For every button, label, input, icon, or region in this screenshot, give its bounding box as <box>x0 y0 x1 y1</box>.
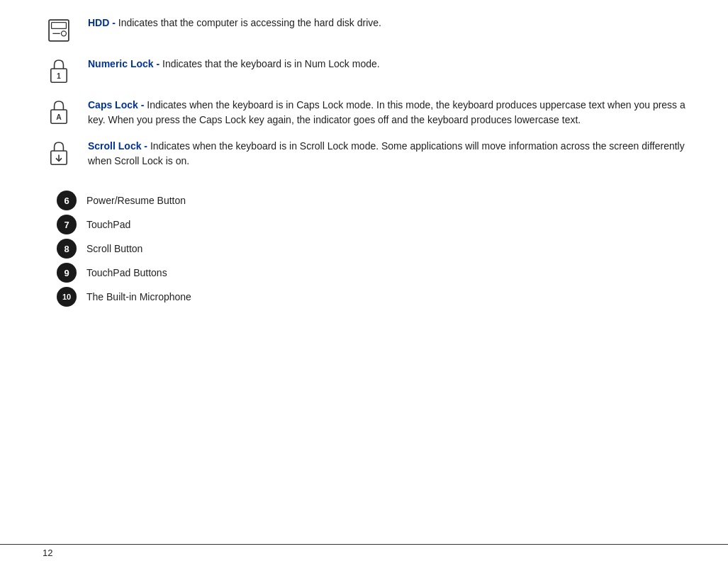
caps-lock-description: Indicates when the keyboard is in Caps L… <box>88 99 685 125</box>
numbered-row-7: 7 TouchPad <box>57 214 685 235</box>
svg-point-2 <box>61 31 66 36</box>
label-10: The Built-in Microphone <box>86 291 191 302</box>
scroll-lock-row: Scroll Lock - Indicates when the keyboar… <box>43 137 685 170</box>
scroll-lock-description: Indicates when the keyboard is in Scroll… <box>88 140 685 166</box>
label-6: Power/Resume Button <box>86 195 186 206</box>
numeric-lock-row: 1 Numeric Lock - Indicates that the keyb… <box>43 55 685 88</box>
numeric-lock-text: Numeric Lock - Indicates that the keyboa… <box>88 55 685 72</box>
numbered-row-6: 6 Power/Resume Button <box>57 190 685 211</box>
label-8: Scroll Button <box>86 243 142 254</box>
circle-6: 6 <box>57 191 77 210</box>
label-7: TouchPad <box>86 219 130 230</box>
page-footer: 12 <box>0 544 728 561</box>
svg-text:1: 1 <box>57 72 61 80</box>
circle-10: 10 <box>57 287 77 307</box>
numbered-row-9: 9 TouchPad Buttons <box>57 262 685 283</box>
indicator-section: HDD - Indicates that the computer is acc… <box>43 14 685 170</box>
svg-rect-1 <box>52 23 67 29</box>
numeric-lock-label: Numeric Lock - <box>88 58 159 69</box>
caps-lock-text: Caps Lock - Indicates when the keyboard … <box>88 96 685 128</box>
svg-rect-0 <box>49 20 69 41</box>
numeric-lock-icon: 1 <box>43 55 75 88</box>
scroll-lock-text: Scroll Lock - Indicates when the keyboar… <box>88 137 685 169</box>
svg-text:A: A <box>56 113 62 121</box>
hdd-description: Indicates that the computer is accessing… <box>118 17 381 28</box>
caps-lock-icon: A <box>43 96 75 129</box>
circle-9: 9 <box>57 263 77 283</box>
numbered-row-10: 10 The Built-in Microphone <box>57 286 685 307</box>
page-number: 12 <box>43 548 52 558</box>
hdd-text: HDD - Indicates that the computer is acc… <box>88 14 685 30</box>
caps-lock-row: A Caps Lock - Indicates when the keyboar… <box>43 96 685 129</box>
numbered-section: 6 Power/Resume Button 7 TouchPad 8 Scrol… <box>57 190 685 307</box>
hdd-label: HDD - <box>88 17 116 28</box>
page-content: HDD - Indicates that the computer is acc… <box>0 0 728 322</box>
scroll-lock-icon <box>43 137 75 170</box>
numbered-row-8: 8 Scroll Button <box>57 238 685 259</box>
circle-7: 7 <box>57 215 77 234</box>
hdd-icon <box>43 14 75 47</box>
hdd-row: HDD - Indicates that the computer is acc… <box>43 14 685 47</box>
caps-lock-label: Caps Lock - <box>88 99 144 110</box>
numeric-lock-description: Indicates that the keyboard is in Num Lo… <box>162 58 380 69</box>
label-9: TouchPad Buttons <box>86 267 167 278</box>
scroll-lock-label: Scroll Lock - <box>88 140 147 152</box>
circle-8: 8 <box>57 239 77 259</box>
